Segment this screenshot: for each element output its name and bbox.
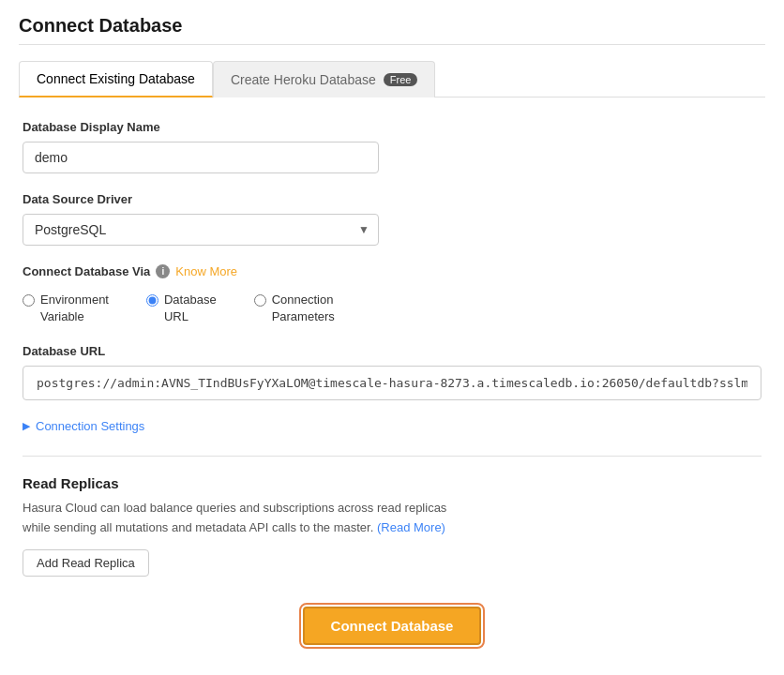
database-url-input[interactable] <box>23 366 761 400</box>
heroku-free-badge: Free <box>384 73 418 86</box>
connect-via-radio-group: EnvironmentVariable DatabaseURL Connecti… <box>23 292 761 325</box>
database-url-group: Database URL <box>23 344 761 400</box>
radio-database-url[interactable]: DatabaseURL <box>146 292 217 325</box>
radio-database-url-input[interactable] <box>146 294 158 307</box>
add-read-replica-button[interactable]: Add Read Replica <box>23 549 149 577</box>
read-more-link[interactable]: (Read More) <box>377 520 445 534</box>
tabs-container: Connect Existing Database Create Heroku … <box>19 60 765 98</box>
tab-connect-existing[interactable]: Connect Existing Database <box>19 61 213 98</box>
know-more-link[interactable]: Know More <box>175 264 237 278</box>
footer-actions: Connect Database <box>23 607 761 645</box>
read-replicas-title: Read Replicas <box>23 475 761 491</box>
radio-database-url-label: DatabaseURL <box>164 292 217 325</box>
connect-via-group: Connect Database Via i Know More Environ… <box>23 264 761 325</box>
display-name-group: Database Display Name <box>23 120 761 173</box>
connection-settings-label: Connection Settings <box>36 419 144 433</box>
driver-select[interactable]: PostgreSQL MySQL MSSQL BigQuery Citus <box>23 214 379 246</box>
read-replicas-section: Read Replicas Hasura Cloud can load bala… <box>23 475 761 577</box>
database-url-label: Database URL <box>23 344 761 358</box>
radio-conn-params-label: ConnectionParameters <box>272 292 335 325</box>
driver-group: Data Source Driver PostgreSQL MySQL MSSQ… <box>23 192 761 246</box>
page-title: Connect Database <box>19 15 765 45</box>
connect-via-label-row: Connect Database Via i Know More <box>23 264 761 278</box>
driver-select-wrapper: PostgreSQL MySQL MSSQL BigQuery Citus ▼ <box>23 214 379 246</box>
radio-env-var-input[interactable] <box>23 294 35 307</box>
display-name-label: Database Display Name <box>23 120 761 134</box>
connect-via-info-icon[interactable]: i <box>156 264 170 278</box>
connect-via-text: Connect Database Via <box>23 264 150 278</box>
connect-database-button[interactable]: Connect Database <box>303 607 482 645</box>
display-name-input[interactable] <box>23 142 379 173</box>
driver-label: Data Source Driver <box>23 192 761 206</box>
tab-create-heroku[interactable]: Create Heroku Database Free <box>213 61 436 98</box>
connect-existing-form: Database Display Name Data Source Driver… <box>19 120 765 645</box>
read-replicas-description: Hasura Cloud can load balance queries an… <box>23 499 454 538</box>
radio-conn-params-input[interactable] <box>254 294 266 307</box>
connection-settings-toggle[interactable]: ▶ Connection Settings <box>23 419 761 433</box>
radio-env-var[interactable]: EnvironmentVariable <box>23 292 109 325</box>
divider <box>23 456 761 457</box>
radio-conn-params[interactable]: ConnectionParameters <box>254 292 335 325</box>
connection-settings-chevron-icon: ▶ <box>23 420 30 432</box>
radio-env-var-label: EnvironmentVariable <box>40 292 109 325</box>
